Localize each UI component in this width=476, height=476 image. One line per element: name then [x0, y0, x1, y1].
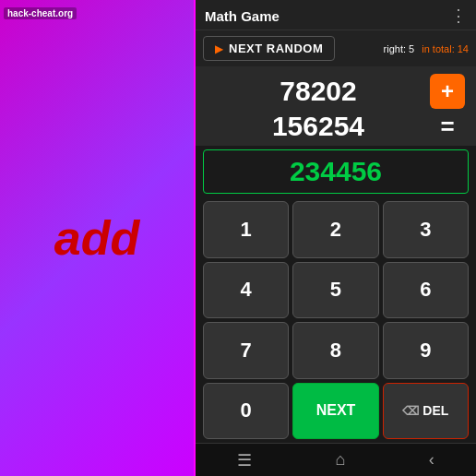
key-row-1: 1 2 3 — [203, 201, 469, 258]
nav-menu-icon[interactable]: ☰ — [237, 450, 252, 470]
next-random-label: NEXT RANDOM — [229, 42, 323, 55]
key-9[interactable]: 9 — [383, 322, 469, 379]
key-row-bottom: 0 NEXT ⌫ DEL — [203, 383, 469, 440]
bottom-nav: ☰ ⌂ ‹ — [196, 443, 476, 476]
stats-row: right: 5 in total: 14 — [384, 43, 469, 54]
del-button[interactable]: ⌫ DEL — [383, 383, 469, 440]
plus-icon: + — [441, 78, 454, 104]
key-2[interactable]: 2 — [292, 201, 378, 258]
nav-back-icon[interactable]: ‹ — [429, 450, 434, 470]
play-icon: ▶ — [215, 42, 223, 55]
key-0[interactable]: 0 — [203, 383, 289, 440]
key-row-3: 7 8 9 — [203, 322, 469, 379]
key-4[interactable]: 4 — [203, 262, 289, 319]
del-label: DEL — [422, 403, 448, 418]
zero-label: 0 — [241, 399, 252, 422]
add-label: add — [54, 210, 139, 266]
number1-display: 78202 — [207, 76, 430, 107]
numbers-area: 78202 + 156254 = — [196, 66, 476, 146]
keypad: 1 2 3 4 5 6 7 8 9 0 NEXT ⌫ DEL — [196, 197, 476, 443]
number2-row: 156254 = — [207, 111, 465, 142]
key-7[interactable]: 7 — [203, 322, 289, 379]
next-button[interactable]: NEXT — [292, 383, 378, 440]
app-title: Math Game — [205, 8, 280, 24]
key-row-2: 4 5 6 — [203, 262, 469, 319]
key-8[interactable]: 8 — [292, 322, 378, 379]
answer-area: 234456 — [203, 149, 469, 194]
next-label: NEXT — [316, 402, 356, 419]
key-6[interactable]: 6 — [383, 262, 469, 319]
nav-home-icon[interactable]: ⌂ — [336, 450, 346, 470]
key-3[interactable]: 3 — [383, 201, 469, 258]
equals-sign: = — [430, 113, 465, 141]
operator-button[interactable]: + — [430, 74, 465, 109]
watermark: hack-cheat.org — [4, 7, 77, 19]
stat-right: right: 5 — [384, 43, 415, 54]
backspace-icon: ⌫ — [402, 404, 419, 418]
key-1[interactable]: 1 — [203, 201, 289, 258]
answer-display: 234456 — [290, 156, 382, 186]
right-panel: Math Game ⋮ ▶ NEXT RANDOM right: 5 in to… — [194, 0, 476, 476]
number1-row: 78202 + — [207, 74, 465, 109]
number2-display: 156254 — [207, 111, 430, 142]
toolbar-row: ▶ NEXT RANDOM right: 5 in total: 14 — [196, 30, 476, 66]
next-random-button[interactable]: ▶ NEXT RANDOM — [203, 36, 335, 61]
header: Math Game ⋮ — [196, 0, 476, 30]
key-5[interactable]: 5 — [292, 262, 378, 319]
menu-icon[interactable]: ⋮ — [450, 6, 467, 26]
left-panel: hack-cheat.org add — [0, 0, 194, 476]
stat-total: in total: 14 — [422, 43, 469, 54]
